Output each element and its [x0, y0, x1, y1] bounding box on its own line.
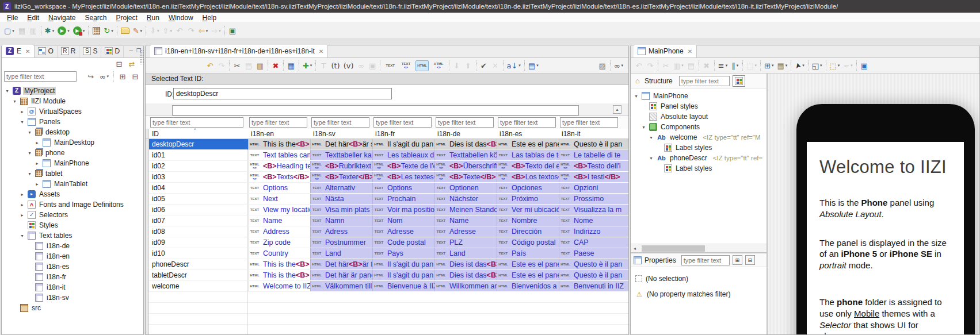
cell-i18n-en[interactable]: TEXTView my locatio: [248, 205, 310, 215]
table-row-desktopDescr[interactable]: desktopDescrHTMLThis is the <B>HTMLDet h…: [146, 139, 628, 150]
project-item-text-tables[interactable]: ▾Text tables: [2, 230, 143, 241]
cell-i18n-fr[interactable]: TEXTAdresse: [372, 226, 434, 237]
save-all-button[interactable]: ▥: [28, 25, 39, 37]
device-size-button[interactable]: ◱▾: [810, 59, 824, 72]
project-item-styles[interactable]: Styles: [2, 220, 143, 230]
run-button[interactable]: ▶▾: [56, 25, 71, 37]
cell-empty[interactable]: [372, 325, 434, 334]
table-row-id03[interactable]: id03HTML<><B>Texts</B>HTML<><B>Texter</B…: [146, 172, 628, 183]
column-filter-i18n-es[interactable]: [498, 117, 556, 128]
menu-navigate[interactable]: Navigate: [44, 13, 80, 22]
cell-id[interactable]: id07: [149, 215, 248, 226]
expander-icon[interactable]: ▾: [19, 120, 25, 125]
view-drag-handle[interactable]: [140, 49, 145, 64]
column-header-i18n-it[interactable]: i18n-it: [559, 129, 628, 138]
table-row-id02[interactable]: id02HTML<><B>Heading teHTML<><B>Rubrikte…: [146, 161, 628, 172]
column-filter-i18n-de[interactable]: [436, 117, 494, 128]
cell-id[interactable]: id10: [149, 248, 248, 259]
cell-i18n-en[interactable]: HTMLThis is the <B>: [248, 139, 310, 150]
cell-empty[interactable]: [497, 314, 559, 325]
tab-mainphone[interactable]: MainPhone ✕: [634, 45, 697, 57]
delete-button[interactable]: ✖: [701, 59, 712, 72]
expander-icon[interactable]: ▾: [648, 156, 654, 161]
cell-i18n-de[interactable]: TEXTMeinen Stando: [434, 205, 497, 215]
align-horizontal-button[interactable]: ≡▾: [716, 59, 729, 72]
structure-item-components[interactable]: ▾Components: [631, 122, 767, 132]
add-component-button[interactable]: ⊞▾: [762, 59, 775, 72]
clear-formatting-button[interactable]: T: [318, 59, 329, 72]
cut-button[interactable]: ✂: [231, 59, 243, 72]
cell-i18n-fr[interactable]: HTMLBienvenue à IIZ: [372, 281, 434, 292]
expander-icon[interactable]: ▾: [633, 94, 639, 99]
cell-i18n-sv[interactable]: HTMLDet här <B>är s: [310, 139, 372, 150]
cell-i18n-es[interactable]: TEXTNombre: [497, 215, 559, 226]
cell-id[interactable]: [149, 303, 248, 314]
cell-empty[interactable]: [434, 325, 497, 334]
undo-button[interactable]: ↶: [633, 59, 645, 72]
cell-empty[interactable]: [434, 303, 497, 314]
expander-icon[interactable]: ▸: [19, 192, 25, 197]
view-tab-d[interactable]: D: [101, 45, 124, 57]
cell-i18n-de[interactable]: TEXTOptionen: [434, 183, 497, 194]
project-item-i18n-de[interactable]: i18n-de: [2, 241, 143, 251]
cell-id[interactable]: [149, 292, 248, 303]
cell-i18n-en[interactable]: HTMLThis is the <B>: [248, 270, 310, 281]
collapse-all-icon[interactable]: ⊟: [745, 255, 755, 265]
back-history-button[interactable]: ⇦▾: [197, 25, 209, 37]
expander-icon[interactable]: ▸: [34, 182, 40, 187]
show-styles-button[interactable]: [733, 75, 745, 87]
table-row-empty[interactable]: [146, 314, 628, 325]
show-panels-button[interactable]: ▣: [859, 59, 870, 72]
cut-button[interactable]: ✂: [660, 59, 672, 72]
scrollbar-thumb[interactable]: [642, 245, 705, 252]
project-item-i18n-sv[interactable]: i18n-sv: [2, 292, 143, 303]
cell-id[interactable]: id08: [149, 226, 248, 237]
close-icon[interactable]: ✕: [25, 48, 30, 55]
table-row-id06[interactable]: id06TEXTView my locatioTEXTVisa min plat…: [146, 205, 628, 215]
selected-id-input[interactable]: [173, 88, 392, 99]
column-header-i18n-fr[interactable]: i18n-fr: [372, 129, 434, 138]
cell-i18n-de[interactable]: TEXTName: [434, 215, 497, 226]
table-row-id09[interactable]: id09TEXTZip codeTEXTPostnummerTEXTCode p…: [146, 237, 628, 248]
cell-i18n-it[interactable]: TEXTCAP: [559, 237, 628, 248]
project-item-selectors[interactable]: ▸✓Selectors: [2, 210, 143, 220]
cell-i18n-fr[interactable]: HTMLIl s'agit du pan: [372, 270, 434, 281]
column-header-i18n-de[interactable]: i18n-de: [434, 129, 497, 138]
project-item-i18n-es[interactable]: i18n-es: [2, 261, 143, 272]
layout-grid-button[interactable]: ▦▾: [775, 59, 789, 72]
select-tool-button[interactable]: ➤▾: [793, 59, 806, 72]
expander-icon[interactable]: ▸: [19, 213, 25, 218]
debug-button[interactable]: ✱▾: [43, 25, 56, 37]
cell-i18n-sv[interactable]: TEXTAlternativ: [310, 183, 372, 194]
cell-i18n-en[interactable]: HTMLWelcome to IIZ: [248, 281, 310, 292]
structure-item-phonedescr[interactable]: ▾AbphoneDescr<IZ type="tt" ref=: [631, 153, 767, 163]
cell-i18n-sv[interactable]: HTMLDet här <B>är t: [310, 259, 372, 270]
cell-i18n-de[interactable]: TEXTNächster: [434, 194, 497, 205]
iizi-module-button[interactable]: [90, 25, 102, 37]
menu-edit[interactable]: Edit: [22, 13, 44, 22]
minimize-icon[interactable]: ─: [129, 48, 133, 53]
open-folder-button[interactable]: [119, 25, 131, 37]
cell-i18n-en[interactable]: TEXTNext: [248, 194, 310, 205]
cell-i18n-en[interactable]: HTML<><B>Heading te: [248, 161, 310, 172]
table-row-welcome[interactable]: welcomeHTMLWelcome to IIZHTMLVälkommen t…: [146, 281, 628, 292]
project-item-iizi-module[interactable]: ▾IIZI Module: [2, 96, 143, 106]
cell-i18n-es[interactable]: HTMLEste es el panel: [497, 259, 559, 270]
structure-item-label-styles[interactable]: Label styles: [631, 143, 767, 153]
expander-icon[interactable]: ▸: [34, 140, 40, 145]
link-open-editor-button[interactable]: ↪: [85, 70, 97, 83]
column-filter-id[interactable]: [150, 117, 243, 128]
cell-i18n-de[interactable]: HTMLDies ist das <B>: [434, 139, 497, 150]
project-item-desktop[interactable]: ▾desktop: [2, 127, 143, 137]
cell-i18n-sv[interactable]: TEXTLand: [310, 248, 372, 259]
align-vertical-button[interactable]: ∥▾: [729, 59, 741, 72]
expand-all-icon[interactable]: ⊞: [733, 255, 742, 265]
delete-button[interactable]: ✖: [270, 59, 281, 72]
table-row-phoneDescr[interactable]: phoneDescrHTMLThis is the <B>HTMLDet här…: [146, 259, 628, 270]
expand-all-button[interactable]: ⊞: [117, 70, 128, 83]
cell-i18n-de[interactable]: TEXTLand: [434, 248, 497, 259]
cell-empty[interactable]: [248, 314, 310, 325]
refresh-sync-button[interactable]: ⇄: [126, 57, 138, 70]
redo-button[interactable]: ↷: [216, 59, 227, 72]
insert-image-button[interactable]: ▣: [367, 59, 378, 72]
